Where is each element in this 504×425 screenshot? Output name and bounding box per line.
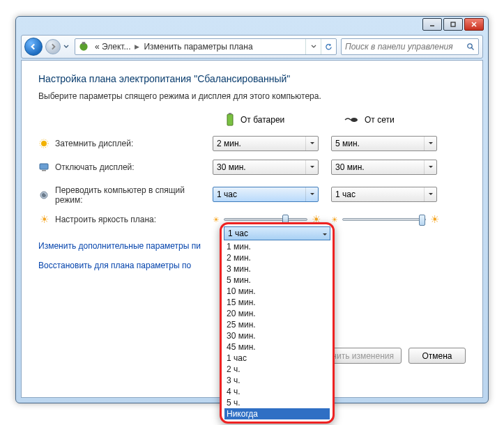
save-button[interactable]: нить изменения [324, 348, 402, 364]
dim-icon [38, 138, 49, 149]
svg-rect-12 [42, 170, 46, 171]
display-off-icon [38, 162, 49, 173]
svg-point-8 [351, 118, 358, 122]
svg-rect-7 [229, 113, 231, 114]
sleep-battery-dropdown: 1 час 1 мин.2 мин.3 мин.5 мин.10 мин.15 … [220, 222, 335, 424]
window: « Элект... ▶ Изменить параметры плана На… [15, 16, 489, 403]
svg-point-4 [468, 44, 472, 48]
search-input[interactable] [342, 42, 463, 52]
address-bar[interactable]: « Элект... ▶ Изменить параметры плана [75, 38, 337, 55]
navbar: « Элект... ▶ Изменить параметры плана [21, 35, 483, 59]
dim-ac-combo[interactable]: 5 мин. [331, 136, 437, 151]
dropdown-option[interactable]: 2 ч. [224, 364, 330, 375]
close-button[interactable] [464, 18, 484, 31]
cancel-button[interactable]: Отмена [408, 348, 466, 364]
dropdown-option[interactable]: Никогда [224, 408, 330, 419]
dropdown-option[interactable]: 45 мин. [224, 341, 330, 353]
dropdown-option[interactable]: 25 мин. [224, 319, 330, 330]
refresh-button[interactable] [321, 39, 336, 54]
plug-icon [344, 116, 359, 124]
sleep-icon [38, 190, 49, 201]
sleep-ac-combo[interactable]: 1 час [331, 187, 437, 202]
dim-battery-combo[interactable]: 2 мин. [213, 136, 319, 151]
dropdown-option[interactable]: 30 мин. [224, 330, 330, 341]
sleep-battery-combo[interactable]: 1 час [213, 187, 319, 202]
chevron-right-icon: ▶ [133, 43, 141, 50]
dim-label: Затемнить дисплей: [55, 139, 133, 148]
svg-rect-11 [40, 164, 48, 169]
sleep-label: Переводить компьютер в спящий режим: [55, 185, 201, 205]
column-header-battery: От батареи [213, 112, 331, 128]
svg-rect-3 [82, 42, 86, 44]
dropdown-option[interactable]: 10 мин. [224, 286, 330, 297]
dropdown-option[interactable]: 5 ч. [224, 397, 330, 408]
dropdown-option[interactable]: 2 мин. [224, 252, 330, 263]
brightness-label: Настроить яркость плана: [55, 215, 156, 224]
breadcrumb-current[interactable]: Изменить параметры плана [141, 42, 255, 52]
display-off-label: Отключать дисплей: [55, 162, 135, 172]
brightness-ac-slider[interactable] [342, 218, 426, 221]
page-subtitle: Выберите параметры спящего режима и дисп… [38, 91, 466, 101]
dropdown-option[interactable]: 5 мин. [224, 275, 330, 286]
nav-history-dropdown[interactable] [62, 38, 70, 56]
page-title: Настройка плана электропитания "Сбаланси… [38, 73, 466, 84]
off-battery-combo[interactable]: 30 мин. [213, 160, 319, 175]
dropdown-option[interactable]: 4 ч. [224, 386, 330, 397]
titlebar [16, 17, 488, 35]
sun-small-icon: ☀ [213, 215, 220, 224]
svg-rect-1 [451, 22, 455, 26]
dropdown-option[interactable]: 3 мин. [224, 263, 330, 275]
brightness-battery-slider[interactable] [224, 218, 307, 221]
dropdown-selected[interactable]: 1 час [224, 226, 330, 240]
address-dropdown-icon[interactable] [305, 39, 321, 54]
nav-back-button[interactable] [24, 38, 43, 56]
dropdown-option[interactable]: 1 мин. [224, 241, 330, 252]
off-ac-combo[interactable]: 30 мин. [331, 160, 437, 175]
sun-large-icon: ☀ [430, 213, 439, 226]
maximize-button[interactable] [443, 18, 463, 31]
search-box[interactable] [341, 38, 479, 55]
dropdown-option[interactable]: 3 ч. [224, 375, 330, 386]
breadcrumb-parent[interactable]: « Элект... [92, 42, 133, 52]
battery-icon [225, 112, 235, 128]
dropdown-option[interactable]: 20 мин. [224, 308, 330, 319]
svg-line-5 [472, 48, 474, 50]
nav-forward-button[interactable] [45, 39, 61, 54]
dropdown-option[interactable]: 1 час [224, 353, 330, 364]
power-plan-icon [77, 40, 90, 53]
sun-small-icon: ☀ [331, 215, 338, 224]
brightness-icon: ☀ [38, 214, 49, 225]
column-header-ac: От сети [331, 115, 450, 125]
search-icon[interactable] [463, 42, 478, 51]
minimize-button[interactable] [422, 18, 442, 31]
svg-rect-6 [227, 114, 233, 125]
svg-point-9 [41, 141, 47, 146]
dropdown-option[interactable]: 15 мин. [224, 297, 330, 308]
